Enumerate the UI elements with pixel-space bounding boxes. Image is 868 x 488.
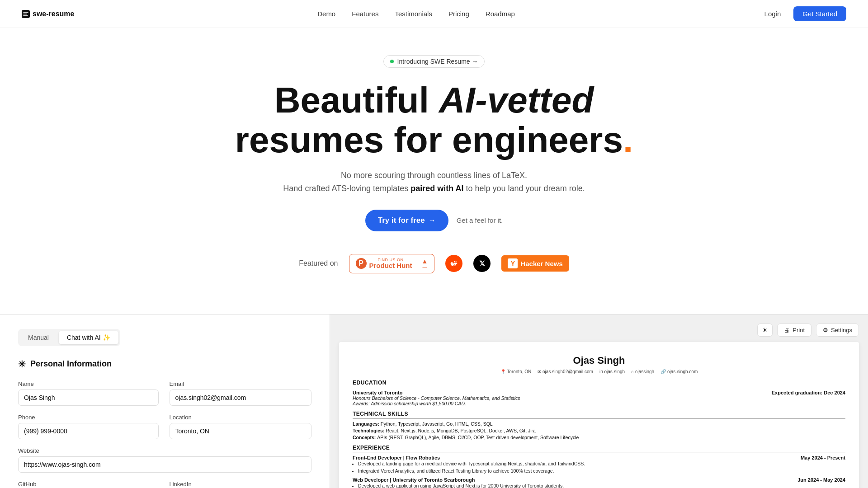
- exp2-company: University of Toronto Scarborough: [392, 477, 475, 483]
- exp2-bullets: Developed a web application using JavaSc…: [353, 483, 845, 488]
- try-free-label: Try it for free: [378, 216, 425, 225]
- sub-line1: No more scouring through countless lines…: [341, 171, 527, 180]
- resume-panel: ☀ 🖨 Print ⚙ Settings Ojas Singh 📍 Toront…: [330, 314, 868, 488]
- skills-lang-value: Python, Typescript, Javascript, Go, HTML…: [381, 421, 493, 427]
- x-twitter-icon[interactable]: 𝕏: [473, 255, 491, 272]
- ph-upvote-count: —: [422, 265, 427, 270]
- badge-dot: [390, 60, 394, 63]
- reddit-svg: [449, 258, 459, 268]
- hero-sub-action: Get a feel for it.: [457, 216, 503, 224]
- print-button[interactable]: 🖨 Print: [777, 324, 811, 337]
- resume-toolbar: ☀ 🖨 Print ⚙ Settings: [339, 324, 859, 337]
- ph-name: Product Hunt: [369, 262, 412, 269]
- linkedin-group: LinkedIn linkedin.com/in/: [170, 481, 312, 488]
- settings-button[interactable]: ⚙ Settings: [816, 324, 859, 337]
- experience-title: Experience: [353, 445, 845, 452]
- skills-languages: Languages: Python, Typescript, Javascrip…: [353, 421, 845, 427]
- app-preview: Manual Chat with AI ✨ ✳ Personal Informa…: [0, 314, 868, 488]
- logo-text: swe-resume: [33, 10, 75, 18]
- headline-italic: AI-vetted: [439, 80, 594, 120]
- exp1-title: Front-End Developer: [353, 455, 402, 460]
- featured-label: Featured on: [299, 259, 338, 267]
- exp1-title-company: Front-End Developer | Flow Robotics: [353, 455, 440, 460]
- exp1-company: Flow Robotics: [406, 455, 440, 460]
- nav-demo[interactable]: Demo: [317, 10, 335, 18]
- nav-pricing[interactable]: Pricing: [448, 10, 469, 18]
- nav-roadmap[interactable]: Roadmap: [486, 10, 515, 18]
- nav-testimonials[interactable]: Testimonials: [395, 10, 432, 18]
- exp2-header: Web Developer | University of Toronto Sc…: [353, 477, 845, 483]
- section-title: Personal Information: [30, 359, 112, 369]
- hero-section: Introducing SWE Resume → Beautiful AI-ve…: [0, 28, 868, 314]
- exp1-date: May 2024 - Present: [801, 455, 845, 460]
- get-started-button[interactable]: Get Started: [793, 6, 846, 21]
- settings-label: Settings: [831, 327, 852, 333]
- headline-part2: resumes for engineers: [235, 120, 623, 160]
- resume-contact: 📍 Toronto, ON ✉ ojas.singh02@gmail.com i…: [353, 369, 845, 374]
- website-group: Website: [18, 447, 311, 473]
- skills-tech-label: Technologies:: [353, 428, 386, 433]
- ph-upvote: ▲ —: [417, 258, 428, 270]
- exp1-entry: Front-End Developer | Flow Robotics May …: [353, 455, 845, 474]
- skills-tech: Technologies: React, Next.js, Node.js, M…: [353, 428, 845, 433]
- introducing-badge[interactable]: Introducing SWE Resume →: [383, 55, 485, 68]
- theme-button[interactable]: ☀: [757, 324, 773, 337]
- login-button[interactable]: Login: [758, 7, 788, 20]
- logo-icon: [22, 10, 30, 18]
- exp1-header: Front-End Developer | Flow Robotics May …: [353, 455, 845, 460]
- hero-period: .: [623, 120, 633, 160]
- manual-mode-button[interactable]: Manual: [20, 331, 57, 344]
- email-group: Email: [170, 380, 312, 406]
- product-hunt-badge[interactable]: P FIND US ON Product Hunt ▲ —: [349, 254, 435, 273]
- ai-mode-button[interactable]: Chat with AI ✨: [59, 331, 118, 344]
- person-icon: ✳: [18, 359, 26, 370]
- personal-info-header: ✳ Personal Information: [18, 359, 311, 370]
- nav-features[interactable]: Features: [352, 10, 378, 18]
- github-label: GitHub: [18, 481, 159, 488]
- try-free-arrow: →: [429, 216, 436, 225]
- hn-logo: Y: [508, 258, 518, 268]
- edu-date: Expected graduation: Dec 2024: [772, 390, 845, 395]
- email-input[interactable]: [170, 389, 312, 406]
- name-input[interactable]: [18, 389, 159, 406]
- resume-name: Ojas Singh: [353, 355, 845, 366]
- try-free-button[interactable]: Try it for free →: [365, 210, 448, 231]
- hacker-news-badge[interactable]: Y Hacker News: [501, 255, 569, 272]
- location-input[interactable]: [170, 423, 312, 439]
- phone-label: Phone: [18, 414, 159, 421]
- skills-concepts: Concepts: APIs (REST, GraphQL), Agile, D…: [353, 435, 845, 440]
- phone-group: Phone: [18, 414, 159, 439]
- exp1-bullet-1: Developed a landing page for a medical d…: [358, 460, 845, 467]
- ph-text: FIND US ON Product Hunt: [369, 258, 412, 269]
- exp2-entry: Web Developer | University of Toronto Sc…: [353, 477, 845, 488]
- featured-on-section: Featured on P FIND US ON Product Hunt ▲ …: [18, 254, 850, 273]
- exp2-bullet-1: Developed a web application using JavaSc…: [358, 483, 845, 488]
- website-input[interactable]: [18, 456, 311, 473]
- skills-title: Technical Skills: [353, 411, 845, 418]
- location-label: Location: [170, 414, 312, 421]
- sub-line2-end: to help you land your dream role.: [464, 184, 585, 193]
- exp2-date: Jun 2024 - May 2024: [797, 477, 845, 483]
- print-icon: 🖨: [784, 327, 790, 333]
- exp1-bullets: Developed a landing page for a medical d…: [353, 460, 845, 474]
- nav-right: Login Get Started: [758, 6, 846, 21]
- mode-toggle: Manual Chat with AI ✨: [18, 329, 120, 346]
- navbar: swe-resume Demo Features Testimonials Pr…: [0, 0, 868, 28]
- hero-subtext: No more scouring through countless lines…: [18, 169, 850, 195]
- resume-paper: Ojas Singh 📍 Toronto, ON ✉ ojas.singh02@…: [339, 342, 859, 488]
- hero-actions: Try it for free → Get a feel for it.: [18, 210, 850, 231]
- hero-headline: Beautiful AI-vettedresumes for engineers…: [18, 80, 850, 160]
- logo[interactable]: swe-resume: [22, 10, 75, 18]
- skills-lang-label: Languages:: [353, 421, 381, 427]
- location-group: Location: [170, 414, 312, 439]
- edu-award: Awards: Admission scholarship worth $1,5…: [353, 401, 845, 406]
- exp2-title-company: Web Developer | University of Toronto Sc…: [353, 477, 475, 483]
- sub-line2-start: Hand crafted ATS-loving templates: [283, 184, 410, 193]
- education-entry: University of Toronto Expected graduatio…: [353, 390, 845, 406]
- sub-bold: paired with AI: [410, 184, 463, 193]
- linkedin-label: LinkedIn: [170, 481, 312, 488]
- skills-concepts-label: Concepts:: [353, 435, 377, 440]
- phone-input[interactable]: [18, 423, 159, 439]
- ph-logo: P: [356, 258, 367, 269]
- reddit-icon[interactable]: [445, 255, 462, 272]
